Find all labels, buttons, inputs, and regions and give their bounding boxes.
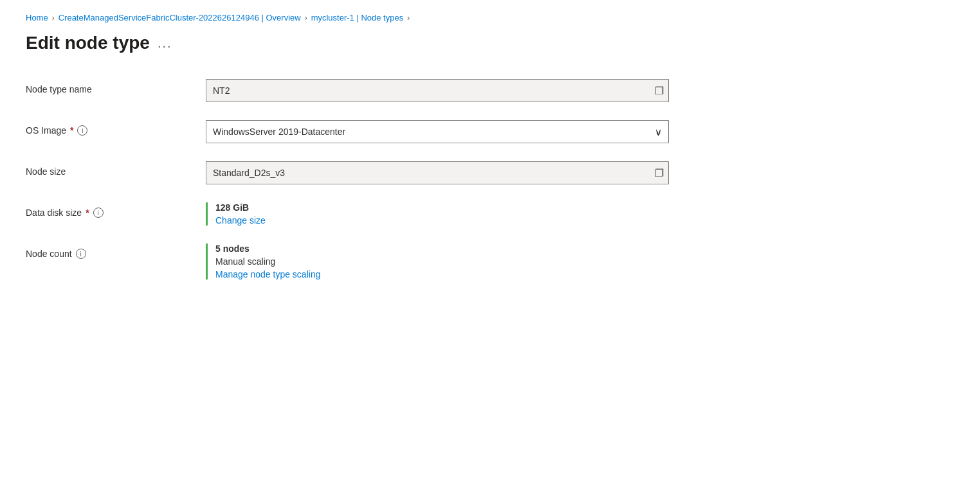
data-disk-size-label: Data disk size * i bbox=[26, 202, 206, 218]
os-image-dropdown-wrapper: WindowsServer 2019-Datacenter WindowsSer… bbox=[206, 120, 669, 143]
node-count-value: 5 nodes bbox=[215, 243, 669, 254]
manage-node-type-scaling-link[interactable]: Manage node type scaling bbox=[215, 269, 669, 279]
data-disk-size-value: 128 GiB bbox=[215, 202, 669, 213]
os-image-control: WindowsServer 2019-Datacenter WindowsSer… bbox=[206, 120, 669, 143]
change-size-link[interactable]: Change size bbox=[215, 215, 669, 226]
node-type-name-control: ❐ bbox=[206, 79, 669, 102]
breadcrumb-node-types[interactable]: mycluster-1 | Node types bbox=[311, 13, 404, 22]
node-count-value-block: 5 nodes Manual scaling Manage node type … bbox=[206, 243, 669, 279]
node-type-name-input-wrapper: ❐ bbox=[206, 79, 669, 102]
breadcrumb-home[interactable]: Home bbox=[26, 13, 48, 22]
breadcrumb-sep-2: › bbox=[305, 13, 307, 22]
node-count-label: Node count i bbox=[26, 243, 206, 259]
os-image-label: OS Image * i bbox=[26, 120, 206, 136]
page-title: Edit node type bbox=[26, 33, 150, 53]
copy-node-size-icon[interactable]: ❐ bbox=[655, 167, 664, 179]
os-image-info-icon[interactable]: i bbox=[77, 125, 87, 136]
node-size-control: ❐ bbox=[206, 161, 669, 184]
data-disk-size-row: Data disk size * i 128 GiB Change size bbox=[26, 202, 669, 226]
node-type-name-label: Node type name bbox=[26, 79, 206, 94]
node-size-row: Node size ❐ bbox=[26, 161, 669, 184]
breadcrumb-cluster-overview[interactable]: CreateManagedServiceFabricCluster-202262… bbox=[59, 13, 301, 22]
node-count-control: 5 nodes Manual scaling Manage node type … bbox=[206, 243, 669, 279]
breadcrumb: Home › CreateManagedServiceFabricCluster… bbox=[26, 13, 954, 22]
node-size-input-wrapper: ❐ bbox=[206, 161, 669, 184]
page-header: Edit node type ... bbox=[26, 33, 954, 53]
more-options-button[interactable]: ... bbox=[158, 36, 172, 51]
os-image-select[interactable]: WindowsServer 2019-Datacenter WindowsSer… bbox=[206, 120, 669, 143]
copy-node-type-name-icon[interactable]: ❐ bbox=[655, 85, 664, 97]
node-size-input[interactable] bbox=[206, 161, 669, 184]
os-image-required: * bbox=[70, 125, 73, 136]
data-disk-size-required: * bbox=[86, 208, 89, 218]
breadcrumb-sep-3: › bbox=[407, 13, 410, 22]
data-disk-size-value-block: 128 GiB Change size bbox=[206, 202, 669, 226]
node-count-info-icon[interactable]: i bbox=[76, 249, 86, 259]
breadcrumb-sep-1: › bbox=[52, 13, 55, 22]
node-count-scaling-mode: Manual scaling bbox=[215, 256, 669, 267]
node-size-label: Node size bbox=[26, 161, 206, 177]
os-image-row: OS Image * i WindowsServer 2019-Datacent… bbox=[26, 120, 669, 143]
node-count-row: Node count i 5 nodes Manual scaling Mana… bbox=[26, 243, 669, 279]
node-type-name-input[interactable] bbox=[206, 79, 669, 102]
data-disk-size-info-icon[interactable]: i bbox=[93, 208, 104, 218]
edit-node-type-form: Node type name ❐ OS Image * i WindowsSer… bbox=[26, 79, 669, 279]
data-disk-size-control: 128 GiB Change size bbox=[206, 202, 669, 226]
node-type-name-row: Node type name ❐ bbox=[26, 79, 669, 102]
